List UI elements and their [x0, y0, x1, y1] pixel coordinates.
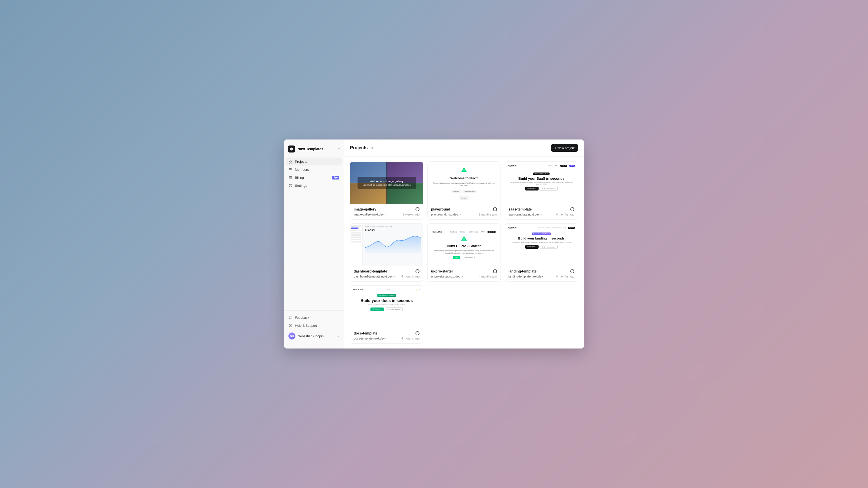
- svg-point-7: [290, 185, 291, 186]
- users-icon: [288, 167, 292, 171]
- more-icon: ⋯: [335, 334, 339, 338]
- project-card-image-gallery[interactable]: Welcome to image gallery You must be log…: [350, 162, 423, 220]
- sidebar-nav: Projects Members: [284, 157, 344, 310]
- card-preview-ui-pro: Nuxt UI Pro Features Pricing Testimonial…: [428, 224, 500, 266]
- sidebar-item-projects[interactable]: Projects: [286, 158, 342, 165]
- svg-point-4: [289, 168, 291, 169]
- project-card-dashboard[interactable]: Home · 01 May 2024 - 4 Nov 2024 · Daily …: [350, 224, 423, 282]
- workspace-logo: [288, 145, 295, 153]
- card-info-playground: playground playground.nuxt.dev ↗ 3 mont: [428, 204, 500, 219]
- user-name: Sébastien Chopin: [298, 334, 333, 338]
- page-title: Projects: [350, 145, 368, 151]
- settings-label: Settings: [295, 184, 307, 188]
- card-icon: [288, 175, 292, 180]
- card-info-docs: docs-template docs-template.nuxt.dev ↗: [350, 328, 423, 343]
- svg-rect-6: [289, 176, 292, 179]
- project-url: docs-template.nuxt.dev ↗: [354, 337, 388, 340]
- refresh-icon[interactable]: ↻: [370, 146, 373, 150]
- card-preview-dashboard: Home · 01 May 2024 - 4 Nov 2024 · Daily …: [350, 224, 423, 266]
- question-icon: [288, 324, 292, 327]
- project-time: 4 months ago: [401, 275, 420, 278]
- gear-icon: [288, 184, 292, 188]
- project-url: saas-template.nuxt.dev ↗: [508, 213, 542, 216]
- project-name: image-gallery: [354, 207, 376, 211]
- title-row: Projects ↻: [350, 145, 373, 151]
- card-preview-docs: Nuxt UI Pro Guide 🌙⊙ New with Nuxt UI Pr…: [350, 286, 423, 328]
- svg-rect-2: [289, 162, 290, 163]
- sidebar-footer: Feedback Help & Support SC Sébastien Cho…: [284, 310, 344, 345]
- help-support-label: Help & Support: [295, 324, 317, 327]
- project-url: playground.nuxt.dev ↗: [431, 213, 461, 216]
- billing-label: Billing: [295, 176, 304, 180]
- avatar: SC: [288, 332, 296, 339]
- svg-rect-3: [291, 162, 292, 163]
- card-info-saas: saas-template saas-template.nuxt.dev ↗: [505, 204, 578, 219]
- project-name: ui-pro-starter: [431, 269, 453, 273]
- project-time: 4 months ago: [479, 275, 497, 278]
- app-window: Nuxt Templates ▾ Projects: [284, 139, 584, 349]
- project-time: 4 months ago: [556, 275, 574, 278]
- github-icon: [493, 269, 497, 273]
- svg-point-9: [290, 326, 290, 326]
- svg-point-5: [291, 168, 292, 169]
- project-url: landing-template.nuxt.dev ↗: [508, 275, 546, 278]
- sidebar-item-settings[interactable]: Settings: [286, 182, 342, 190]
- svg-rect-0: [289, 160, 290, 162]
- project-url: dashboard-template.nuxt.dev ↗: [354, 275, 395, 278]
- projects-label: Projects: [295, 160, 307, 163]
- project-name: docs-template: [354, 331, 377, 335]
- projects-grid: Welcome to image gallery You must be log…: [344, 157, 584, 349]
- project-card-landing[interactable]: Nuxt UI Pro FeaturesPricingTestimonialsF…: [505, 224, 578, 282]
- sidebar-item-members[interactable]: Members: [286, 165, 342, 173]
- project-time: 4 months ago: [556, 213, 574, 216]
- project-time: 4 months ago: [401, 337, 420, 340]
- card-preview-landing: Nuxt UI Pro FeaturesPricingTestimonialsF…: [505, 224, 578, 266]
- card-preview-image-gallery: Welcome to image gallery You must be log…: [350, 162, 423, 204]
- project-card-docs[interactable]: Nuxt UI Pro Guide 🌙⊙ New with Nuxt UI Pr…: [350, 286, 423, 344]
- project-card-saas-template[interactable]: Nuxt UI Pro PricingBlog Sign in New New …: [505, 162, 578, 220]
- project-url: ui-pro-starter.nuxt.dev ↗: [431, 275, 463, 278]
- pro-badge: Pro: [332, 176, 339, 180]
- project-name: playground: [431, 207, 450, 211]
- user-profile[interactable]: SC Sébastien Chopin ⋯: [286, 330, 342, 341]
- github-icon: [415, 269, 420, 273]
- feedback-label: Feedback: [295, 316, 309, 320]
- card-info-image-gallery: image-gallery image-gallery.nuxt.dev ↗: [350, 204, 423, 219]
- project-card-ui-pro-starter[interactable]: Nuxt UI Pro Features Pricing Testimonial…: [427, 224, 500, 282]
- project-name: saas-template: [508, 207, 532, 211]
- sidebar-item-billing[interactable]: Billing Pro: [286, 173, 342, 182]
- card-preview-playground: Welcome to Nuxt! Remove this welcome pag…: [428, 162, 500, 204]
- project-name: dashboard-template: [354, 269, 387, 273]
- main-header: Projects ↻ + New project: [344, 139, 584, 157]
- card-info-landing: landing-template landing-template.nuxt.d…: [505, 266, 578, 281]
- project-time: 2 weeks ago: [403, 213, 420, 216]
- main-content: Projects ↻ + New project Welcome to imag…: [344, 139, 584, 349]
- workspace-title: Nuxt Templates: [298, 147, 336, 151]
- card-preview-saas: Nuxt UI Pro PricingBlog Sign in New New …: [505, 162, 578, 204]
- github-icon: [415, 331, 420, 335]
- project-name: landing-template: [508, 269, 536, 273]
- github-icon: [493, 207, 497, 211]
- github-icon: [415, 207, 420, 211]
- new-project-button[interactable]: + New project: [551, 144, 578, 152]
- svg-rect-1: [291, 160, 292, 162]
- chevron-down-icon: ▾: [338, 147, 340, 151]
- project-time: 3 months ago: [479, 213, 497, 216]
- project-card-playground[interactable]: Welcome to Nuxt! Remove this welcome pag…: [427, 162, 500, 220]
- project-url: image-gallery.nuxt.dev ↗: [354, 213, 386, 216]
- sidebar: Nuxt Templates ▾ Projects: [284, 139, 344, 349]
- members-label: Members: [295, 168, 309, 171]
- grid-icon: [288, 160, 292, 163]
- github-icon: [570, 207, 574, 211]
- workspace-selector[interactable]: Nuxt Templates ▾: [284, 143, 344, 157]
- chat-icon: [288, 316, 292, 320]
- feedback-item[interactable]: Feedback: [286, 314, 342, 322]
- github-icon: [570, 269, 574, 273]
- nuxt-logo-icon: [460, 166, 468, 174]
- card-info-dashboard: dashboard-template dashboard-template.nu…: [350, 266, 423, 281]
- card-info-ui-pro: ui-pro-starter ui-pro-starter.nuxt.dev ↗: [428, 266, 500, 281]
- help-support-item[interactable]: Help & Support: [286, 322, 342, 329]
